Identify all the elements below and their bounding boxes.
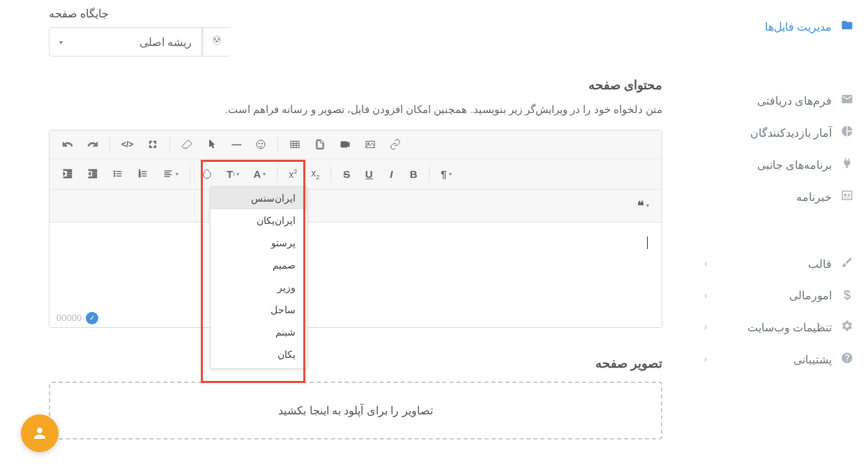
cursor-button[interactable]: [199, 135, 224, 154]
envelope-icon: [840, 93, 854, 108]
sidebar: مدیریت فایل‌ها فرم‌های دریافتی آمار بازد…: [690, 0, 868, 473]
superscript-button[interactable]: x2: [282, 163, 304, 185]
undo-button[interactable]: [55, 135, 80, 154]
page-position-select[interactable]: ریشه اصلی ▾: [49, 27, 202, 57]
bg-color-button[interactable]: [195, 163, 220, 185]
subscript-button[interactable]: x2: [304, 163, 326, 185]
image-button[interactable]: [358, 135, 383, 154]
page-position-label: جایگاه صفحه: [49, 7, 109, 20]
sidebar-label: آمار بازدیدکنندگان: [750, 126, 832, 140]
brush-icon: [840, 256, 854, 271]
hr-button[interactable]: —: [224, 135, 248, 154]
content-title: محتوای صفحه: [49, 77, 662, 93]
sidebar-item-financial[interactable]: $ امورمالی ‹: [704, 280, 854, 311]
svg-point-3: [257, 140, 265, 149]
sidebar-label: خبرنامه: [796, 190, 832, 204]
svg-rect-6: [291, 141, 299, 147]
svg-text:3: 3: [139, 174, 141, 178]
video-button[interactable]: [333, 135, 358, 154]
folder-icon: [840, 19, 854, 34]
page-position-addon-button[interactable]: [202, 27, 231, 57]
support-float-button[interactable]: [21, 414, 59, 452]
emoji-button[interactable]: [248, 135, 273, 154]
underline-button[interactable]: U: [358, 163, 380, 185]
bold-button[interactable]: B: [402, 163, 425, 185]
gear-icon: [840, 320, 854, 335]
table-button[interactable]: [282, 135, 307, 154]
svg-point-0: [214, 38, 216, 40]
font-option[interactable]: پرستو: [211, 232, 307, 254]
sidebar-item-settings[interactable]: تنظیمات وب‌سایت ‹: [704, 311, 854, 343]
word-count-badge: ✓ 00000: [50, 309, 105, 327]
help-icon: [840, 352, 854, 367]
svg-point-13: [114, 171, 115, 172]
fullscreen-button[interactable]: [140, 135, 165, 154]
svg-point-4: [259, 143, 260, 144]
sidebar-label: مدیریت فایل‌ها: [765, 20, 832, 33]
check-icon: ✓: [86, 312, 98, 324]
sidebar-item-newsletter[interactable]: خبرنامه: [704, 181, 854, 213]
editor-textarea[interactable]: ✓ 00000: [50, 223, 662, 327]
number-list-button[interactable]: 123: [130, 163, 155, 185]
strikethrough-button[interactable]: S: [335, 163, 358, 185]
font-option[interactable]: وزیر: [211, 276, 307, 299]
svg-point-5: [262, 143, 263, 144]
font-option[interactable]: ایران‌سنس: [211, 187, 307, 209]
newspaper-icon: [840, 189, 854, 204]
sidebar-label: پشتیبانی: [793, 353, 832, 366]
svg-point-1: [218, 38, 220, 40]
font-option[interactable]: ساحل: [211, 299, 307, 321]
eraser-button[interactable]: [174, 135, 199, 154]
sidebar-label: تنظیمات وب‌سایت: [747, 321, 832, 334]
font-option[interactable]: لاله‌زار: [211, 366, 307, 368]
align-button[interactable]: [155, 163, 185, 185]
sidebar-label: فرم‌های دریافتی: [757, 94, 832, 107]
dropzone-text: تصاویر را برای آپلود به اینجا بکشید: [278, 405, 433, 416]
chevron-down-icon: ▾: [59, 38, 63, 46]
word-count-value: 00000: [56, 313, 82, 323]
italic-button[interactable]: I: [380, 163, 402, 185]
chevron-left-icon: ‹: [704, 354, 707, 364]
editor-toolbar: </> —: [50, 130, 662, 223]
sidebar-item-plugins[interactable]: برنامه‌های جانبی: [704, 149, 854, 181]
code-view-button[interactable]: </>: [114, 135, 140, 154]
font-option[interactable]: یکان: [211, 343, 307, 366]
sidebar-item-support[interactable]: پشتیبانی ‹: [704, 343, 854, 375]
font-option[interactable]: شبنم: [211, 321, 307, 343]
paragraph-button[interactable]: ¶: [434, 163, 458, 185]
chevron-left-icon: ‹: [704, 291, 707, 301]
image-section-title: تصویر صفحه: [49, 356, 662, 371]
redo-button[interactable]: [80, 135, 105, 154]
main-content: جایگاه صفحه ریشه اصلی ▾ محتوای صفحه متن …: [0, 0, 690, 473]
page-image-section: تصویر صفحه تصاویر را برای آپلود به اینجا…: [49, 356, 662, 440]
sidebar-item-file-manager[interactable]: مدیریت فایل‌ها: [704, 10, 854, 43]
bullet-list-button[interactable]: [105, 163, 130, 185]
content-section: محتوای صفحه متن دلخواه خود را در ویرایش‌…: [49, 77, 662, 328]
image-dropzone[interactable]: تصاویر را برای آپلود به اینجا بکشید: [49, 382, 662, 440]
content-description: متن دلخواه خود را در ویرایش‌گر زیر بنویس…: [49, 103, 662, 116]
chevron-left-icon: ‹: [704, 322, 707, 332]
sidebar-item-forms[interactable]: فرم‌های دریافتی: [704, 84, 854, 117]
chevron-left-icon: ‹: [704, 259, 707, 269]
pie-chart-icon: [840, 125, 854, 140]
font-option[interactable]: ایران‌یکان: [211, 209, 307, 232]
file-button[interactable]: [307, 135, 333, 154]
font-family-button[interactable]: A: [246, 163, 273, 185]
dollar-icon: $: [840, 288, 854, 303]
rich-text-editor: </> —: [49, 130, 662, 328]
font-family-dropdown: ایران‌سنس ایران‌یکان پرستو صمیم وزیر ساح…: [210, 186, 307, 369]
sidebar-item-theme[interactable]: قالب ‹: [704, 248, 854, 280]
quote-button[interactable]: ❝: [630, 194, 656, 218]
plug-icon: [840, 157, 854, 172]
svg-point-14: [114, 173, 115, 174]
font-option[interactable]: صمیم: [211, 254, 307, 276]
sidebar-item-visitors[interactable]: آمار بازدیدکنندگان: [704, 117, 854, 149]
select-value: ریشه اصلی: [139, 36, 192, 49]
indent-button[interactable]: [80, 163, 105, 185]
svg-point-15: [114, 176, 115, 177]
link-button[interactable]: [383, 135, 408, 154]
sidebar-label: امورمالی: [789, 289, 832, 302]
sidebar-label: برنامه‌های جانبی: [757, 158, 832, 172]
font-size-button[interactable]: TI: [220, 163, 246, 185]
outdent-button[interactable]: [55, 163, 80, 185]
